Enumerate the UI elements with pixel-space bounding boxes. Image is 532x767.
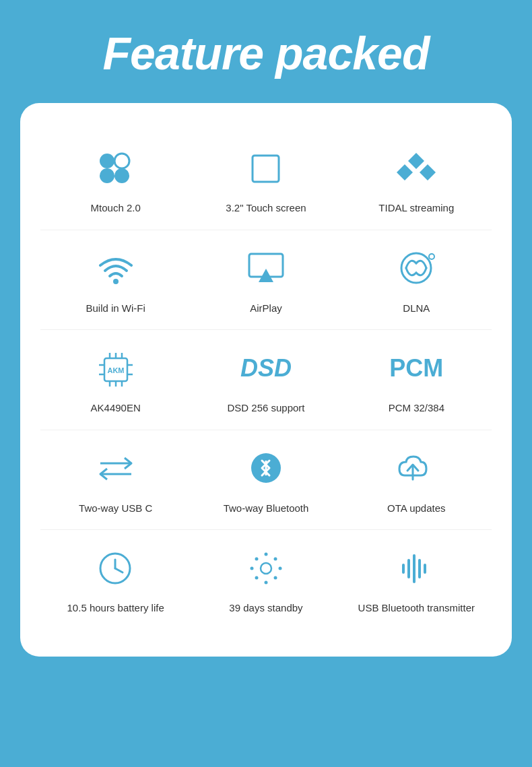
features-grid: Mtouch 2.0 3.2" Touch screen TIDAL strea… [40, 130, 492, 630]
feature-dsd: DSD DSD 256 support [191, 330, 341, 430]
feature-usbc: Two-way USB C [40, 430, 191, 530]
svg-point-3 [114, 168, 129, 183]
svg-marker-10 [259, 269, 273, 282]
mtouch-label: Mtouch 2.0 [91, 201, 141, 215]
standby-label: 39 days standby [229, 601, 302, 615]
svg-rect-4 [253, 156, 279, 182]
svg-point-35 [264, 580, 267, 584]
page-title: Feature packed [103, 27, 430, 79]
ak-icon: AKM [92, 345, 139, 392]
svg-point-0 [100, 154, 114, 168]
svg-point-40 [255, 576, 258, 579]
svg-line-32 [115, 568, 123, 572]
feature-ota: OTA updates [341, 430, 492, 530]
pcm-text: PCM [389, 354, 443, 382]
battery-icon [92, 545, 139, 592]
ak4490-label: AK4490EN [91, 401, 141, 415]
bluetooth-label: Two-way Bluetooth [224, 502, 309, 515]
bluetooth-icon [242, 445, 290, 492]
svg-point-8 [113, 279, 119, 284]
svg-point-38 [255, 557, 258, 560]
standby-icon [242, 545, 290, 592]
feature-standby: 39 days standby [191, 530, 341, 630]
feature-pcm: PCM PCM 32/384 [341, 330, 492, 430]
touchscreen-icon [242, 145, 290, 192]
svg-marker-6 [397, 164, 413, 180]
feature-mtouch: Mtouch 2.0 [40, 130, 191, 230]
svg-text:AKM: AKM [107, 366, 124, 374]
ota-label: OTA updates [387, 502, 445, 515]
pcm-icon: PCM [393, 345, 440, 392]
svg-point-37 [278, 566, 281, 570]
svg-point-33 [261, 563, 271, 574]
dsd-icon: DSD [242, 345, 290, 392]
airplay-icon [242, 245, 290, 292]
feature-bluetooth: Two-way Bluetooth [191, 430, 341, 530]
svg-point-1 [114, 154, 129, 168]
feature-ak4490: AKM AK4490EN [40, 330, 191, 430]
dsd-text: DSD [240, 354, 292, 382]
svg-point-2 [100, 168, 114, 183]
svg-point-34 [264, 552, 267, 556]
dlna-icon [393, 245, 440, 292]
ota-icon [393, 445, 440, 492]
svg-point-39 [273, 557, 277, 560]
usbc-label: Two-way USB C [79, 502, 152, 515]
dlna-label: DLNA [403, 302, 430, 315]
touchscreen-label: 3.2" Touch screen [226, 201, 306, 215]
usb-transmitter-label: USB Bluetooth transmitter [358, 601, 475, 615]
tidal-icon [393, 145, 440, 192]
feature-battery: 10.5 hours battery life [40, 530, 191, 630]
svg-marker-5 [408, 153, 424, 169]
battery-label: 10.5 hours battery life [67, 601, 164, 615]
wifi-label: Build in Wi-Fi [86, 302, 145, 315]
airplay-label: AirPlay [250, 302, 282, 315]
tidal-label: TIDAL streaming [378, 201, 454, 215]
feature-tidal: TIDAL streaming [341, 130, 492, 230]
svg-point-36 [250, 566, 253, 570]
features-card: Mtouch 2.0 3.2" Touch screen TIDAL strea… [20, 103, 512, 657]
svg-point-12 [429, 254, 434, 259]
usbc-icon [92, 445, 139, 492]
feature-wifi: Build in Wi-Fi [40, 230, 191, 330]
usb-transmitter-icon [393, 545, 440, 592]
feature-airplay: AirPlay [191, 230, 341, 330]
dsd-label: DSD 256 support [227, 401, 304, 415]
mtouch-icon [92, 145, 139, 192]
wifi-icon [92, 245, 139, 292]
feature-usb-transmitter: USB Bluetooth transmitter [341, 530, 492, 630]
feature-dlna: DLNA [341, 230, 492, 330]
svg-point-41 [273, 576, 277, 579]
pcm-label: PCM 32/384 [389, 401, 444, 415]
feature-touchscreen: 3.2" Touch screen [191, 130, 341, 230]
svg-marker-7 [420, 164, 436, 180]
